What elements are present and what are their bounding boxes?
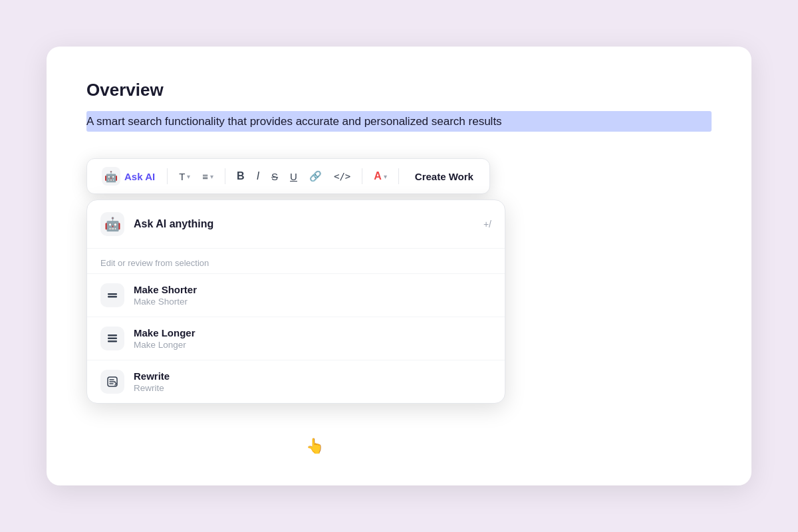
- text-format-button[interactable]: T ▾: [174, 168, 195, 186]
- cursor: 👆: [306, 438, 324, 455]
- text-format-icon: T: [179, 171, 185, 182]
- align-button[interactable]: ≡ ▾: [198, 168, 218, 186]
- make-shorter-item[interactable]: Make Shorter Make Shorter: [87, 273, 505, 317]
- color-button[interactable]: A ▾: [369, 167, 392, 186]
- color-icon: A: [374, 170, 382, 182]
- rewrite-text: Rewrite Rewrite: [134, 370, 170, 393]
- make-longer-icon: [100, 327, 124, 350]
- create-work-button[interactable]: Create Work: [408, 168, 480, 186]
- link-button[interactable]: 🔗: [305, 167, 327, 186]
- svg-rect-0: [108, 293, 117, 295]
- rewrite-item[interactable]: Rewrite Rewrite: [87, 360, 505, 403]
- toolbar-divider-2: [225, 168, 225, 184]
- color-chevron: ▾: [384, 173, 387, 180]
- strike-icon: S: [271, 171, 278, 182]
- underline-button[interactable]: U: [285, 168, 302, 186]
- make-longer-title: Make Longer: [134, 327, 196, 338]
- ask-ai-anything-label: Ask AI anything: [134, 218, 474, 230]
- svg-rect-2: [108, 334, 117, 336]
- ask-ai-label: Ask AI: [124, 171, 155, 182]
- bold-icon: B: [237, 170, 245, 182]
- toolbar-divider-4: [398, 168, 399, 184]
- main-card: Overview A smart search functionality th…: [47, 47, 751, 485]
- italic-icon: I: [257, 170, 259, 182]
- rewrite-icon: [100, 370, 124, 394]
- formatting-toolbar: 🤖 Ask AI T ▾ ≡ ▾ B I S U 🔗 </>: [86, 158, 490, 194]
- make-shorter-subtitle: Make Shorter: [134, 297, 197, 307]
- strikethrough-button[interactable]: S: [267, 168, 283, 186]
- align-icon: ≡: [202, 171, 208, 182]
- ai-dropdown-panel: 🤖 Ask AI anything +/ Edit or review from…: [86, 200, 505, 404]
- ask-ai-button[interactable]: 🤖 Ask AI: [96, 164, 160, 188]
- highlighted-text: A smart search functionality that provid…: [86, 111, 712, 132]
- make-shorter-title: Make Shorter: [134, 284, 197, 295]
- make-longer-text: Make Longer Make Longer: [134, 327, 196, 350]
- italic-button[interactable]: I: [252, 167, 264, 186]
- align-chevron: ▾: [210, 173, 213, 180]
- code-icon: </>: [334, 171, 350, 182]
- ai-section-label: Edit or review from selection: [87, 249, 505, 273]
- make-longer-subtitle: Make Longer: [134, 340, 196, 350]
- link-icon: 🔗: [309, 170, 322, 182]
- make-longer-item[interactable]: Make Longer Make Longer: [87, 317, 505, 360]
- rewrite-title: Rewrite: [134, 370, 170, 382]
- text-format-chevron: ▾: [187, 173, 190, 180]
- underline-icon: U: [290, 171, 297, 182]
- make-shorter-text: Make Shorter Make Shorter: [134, 284, 197, 307]
- toolbar-divider-3: [362, 168, 362, 184]
- toolbar-divider-1: [167, 168, 168, 184]
- make-shorter-icon: [100, 283, 124, 307]
- code-button[interactable]: </>: [329, 168, 355, 185]
- ask-ai-shortcut: +/: [483, 219, 491, 229]
- document-content: Overview A smart search functionality th…: [86, 80, 712, 132]
- ask-ai-anything-icon: 🤖: [100, 212, 124, 236]
- document-title: Overview: [86, 80, 712, 100]
- ai-toolbar-icon: 🤖: [102, 167, 120, 186]
- rewrite-subtitle: Rewrite: [134, 383, 170, 393]
- svg-rect-3: [108, 338, 117, 340]
- ask-ai-anything-item[interactable]: 🤖 Ask AI anything +/: [87, 200, 505, 249]
- svg-rect-4: [108, 340, 117, 342]
- bold-button[interactable]: B: [232, 167, 249, 186]
- svg-rect-1: [108, 296, 117, 298]
